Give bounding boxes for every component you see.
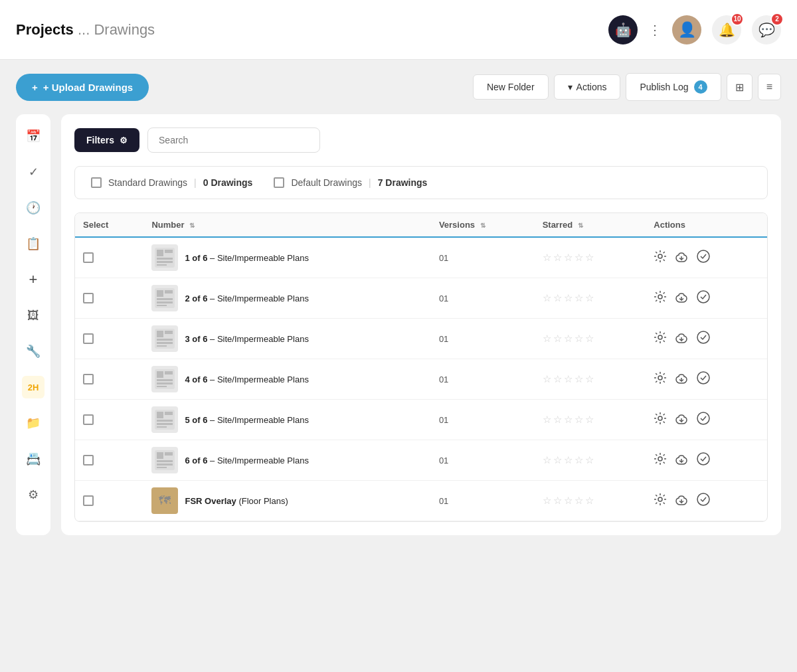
check-action-6[interactable] — [696, 452, 711, 469]
stars-6[interactable]: ☆ ☆ ☆ ☆ ☆ — [543, 454, 638, 466]
standard-drawings-checkbox[interactable] — [91, 177, 102, 188]
download-action-2[interactable] — [675, 290, 688, 307]
star-2-row-1[interactable]: ☆ — [553, 252, 562, 264]
star-4-row-7[interactable]: ☆ — [575, 495, 583, 507]
list-view-button[interactable]: ≡ — [758, 74, 781, 100]
sidebar-item-wrench[interactable]: 🔧 — [22, 340, 44, 363]
sidebar-item-settings[interactable]: ⚙ — [22, 483, 44, 506]
stars-3[interactable]: ☆ ☆ ☆ ☆ ☆ — [543, 333, 638, 345]
star-4-row-2[interactable]: ☆ — [575, 292, 583, 304]
star-1-row-1[interactable]: ☆ — [543, 252, 551, 264]
star-4-row-1[interactable]: ☆ — [575, 252, 583, 264]
row-checkbox-3[interactable] — [83, 333, 94, 344]
check-action-1[interactable] — [696, 249, 711, 267]
messages-button[interactable]: 💬 2 — [752, 15, 781, 44]
star-1-row-2[interactable]: ☆ — [543, 292, 551, 304]
star-3-row-7[interactable]: ☆ — [564, 495, 573, 507]
stars-7[interactable]: ☆ ☆ ☆ ☆ ☆ — [543, 495, 638, 507]
star-4-row-5[interactable]: ☆ — [575, 414, 583, 426]
star-5-row-5[interactable]: ☆ — [585, 414, 594, 426]
star-3-row-2[interactable]: ☆ — [564, 292, 573, 304]
sidebar-item-calendar[interactable]: 📅 — [22, 125, 44, 147]
download-action-5[interactable] — [675, 412, 688, 428]
settings-action-5[interactable] — [654, 412, 667, 428]
star-2-row-5[interactable]: ☆ — [553, 414, 562, 426]
star-5-row-6[interactable]: ☆ — [585, 454, 594, 466]
star-5-row-4[interactable]: ☆ — [585, 373, 594, 385]
settings-action-7[interactable] — [654, 493, 667, 509]
check-action-4[interactable] — [696, 371, 711, 388]
download-action-7[interactable] — [675, 493, 688, 509]
col-starred[interactable]: Starred ⇅ — [535, 213, 646, 237]
stars-1[interactable]: ☆ ☆ ☆ ☆ ☆ — [543, 252, 638, 264]
star-2-row-6[interactable]: ☆ — [553, 454, 562, 466]
download-action-4[interactable] — [675, 371, 688, 388]
star-3-row-6[interactable]: ☆ — [564, 454, 573, 466]
new-folder-button[interactable]: New Folder — [473, 74, 549, 100]
sidebar-item-check[interactable]: ✓ — [22, 161, 44, 183]
check-action-5[interactable] — [696, 411, 711, 429]
star-3-row-1[interactable]: ☆ — [564, 252, 573, 264]
star-2-row-7[interactable]: ☆ — [553, 495, 562, 507]
chatbot-button[interactable]: 🤖 — [608, 15, 638, 44]
star-4-row-3[interactable]: ☆ — [575, 333, 583, 345]
star-1-row-4[interactable]: ☆ — [543, 373, 551, 385]
star-1-row-7[interactable]: ☆ — [543, 495, 551, 507]
stars-5[interactable]: ☆ ☆ ☆ ☆ ☆ — [543, 414, 638, 426]
star-2-row-3[interactable]: ☆ — [553, 333, 562, 345]
sidebar-item-folder[interactable]: 📁 — [22, 412, 44, 434]
star-3-row-3[interactable]: ☆ — [564, 333, 573, 345]
col-versions[interactable]: Versions ⇅ — [431, 213, 535, 237]
row-checkbox-6[interactable] — [83, 455, 94, 465]
sidebar-item-clipboard[interactable]: 📋 — [22, 232, 44, 255]
settings-action-2[interactable] — [654, 290, 667, 307]
download-action-3[interactable] — [675, 331, 688, 347]
row-checkbox-2[interactable] — [83, 293, 94, 303]
star-5-row-1[interactable]: ☆ — [585, 252, 594, 264]
settings-action-6[interactable] — [654, 452, 667, 469]
row-checkbox-1[interactable] — [83, 252, 94, 263]
publish-log-button[interactable]: Publish Log 4 — [626, 73, 721, 101]
grid-view-button[interactable]: ⊞ — [727, 74, 753, 101]
avatar[interactable]: 👤 — [672, 15, 701, 44]
upload-drawings-button[interactable]: + + Upload Drawings — [16, 74, 149, 101]
row-checkbox-7[interactable] — [83, 495, 94, 506]
notifications-button[interactable]: 🔔 10 — [712, 15, 741, 44]
drawing-label-3: 3 of 6 – Site/Impermeable Plans — [185, 334, 308, 344]
sidebar-item-drawings[interactable]: 2H — [22, 376, 44, 398]
star-1-row-6[interactable]: ☆ — [543, 454, 551, 466]
star-5-row-3[interactable]: ☆ — [585, 333, 594, 345]
sidebar-item-contacts[interactable]: 📇 — [22, 448, 44, 470]
download-action-6[interactable] — [675, 452, 688, 469]
stars-2[interactable]: ☆ ☆ ☆ ☆ ☆ — [543, 292, 638, 304]
star-3-row-5[interactable]: ☆ — [564, 414, 573, 426]
check-action-7[interactable] — [696, 492, 711, 510]
row-checkbox-4[interactable] — [83, 374, 94, 384]
settings-action-1[interactable] — [654, 250, 667, 266]
star-5-row-2[interactable]: ☆ — [585, 292, 594, 304]
star-5-row-7[interactable]: ☆ — [585, 495, 594, 507]
star-1-row-5[interactable]: ☆ — [543, 414, 551, 426]
default-drawings-checkbox[interactable] — [274, 177, 284, 188]
row-checkbox-5[interactable] — [83, 414, 94, 425]
sidebar-item-image[interactable]: 🖼 — [22, 304, 44, 327]
filters-button[interactable]: Filters ⚙ — [74, 128, 139, 152]
more-options-button[interactable]: ⋮ — [648, 22, 662, 38]
settings-action-3[interactable] — [654, 331, 667, 347]
sidebar-item-clock[interactable]: 🕐 — [22, 197, 44, 219]
check-action-3[interactable] — [696, 330, 711, 348]
download-action-1[interactable] — [675, 250, 688, 266]
stars-4[interactable]: ☆ ☆ ☆ ☆ ☆ — [543, 373, 638, 385]
col-number[interactable]: Number ⇅ — [143, 213, 430, 237]
star-4-row-6[interactable]: ☆ — [575, 454, 583, 466]
star-2-row-2[interactable]: ☆ — [553, 292, 562, 304]
sidebar-item-plus[interactable]: + — [22, 268, 44, 291]
star-4-row-4[interactable]: ☆ — [575, 373, 583, 385]
star-3-row-4[interactable]: ☆ — [564, 373, 573, 385]
actions-button[interactable]: ▾ Actions — [554, 74, 621, 100]
search-input[interactable] — [147, 127, 320, 153]
settings-action-4[interactable] — [654, 371, 667, 388]
star-1-row-3[interactable]: ☆ — [543, 333, 551, 345]
check-action-2[interactable] — [696, 290, 711, 307]
star-2-row-4[interactable]: ☆ — [553, 373, 562, 385]
